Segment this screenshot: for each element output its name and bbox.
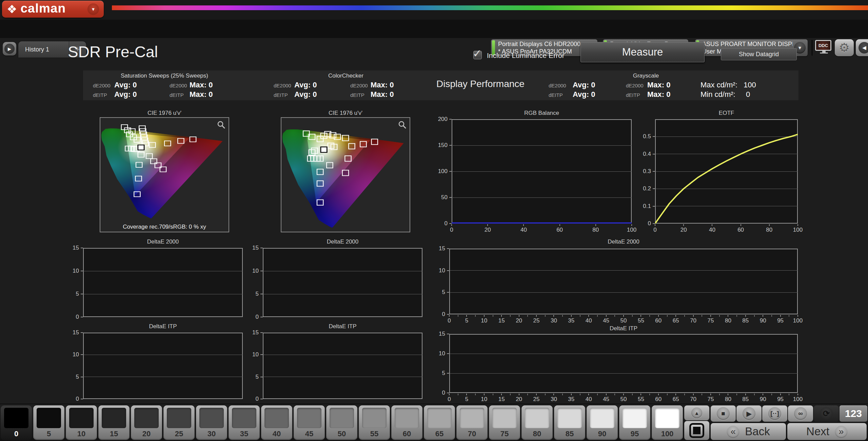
settings-button[interactable]: ⚙ — [835, 39, 854, 56]
chart-title: DeltaE 2000 — [263, 238, 422, 245]
pattern-bar: 0510152025303540455055606570758085909510… — [1, 405, 683, 440]
stop-button[interactable]: ■ — [711, 405, 736, 422]
y-axis-tick-label: 0 — [241, 313, 259, 321]
next-button[interactable]: Next » — [787, 423, 867, 440]
tick-mark — [653, 223, 655, 224]
zoom-icon[interactable] — [398, 121, 407, 131]
pattern-step-55[interactable]: 55 — [359, 405, 390, 440]
calman-menu-button[interactable]: ❖ calman ▼ — [2, 1, 104, 18]
tick-mark — [559, 224, 560, 226]
y-axis-tick-label: 5 — [241, 290, 259, 298]
step-measure-button[interactable]: [··] — [762, 405, 787, 422]
tick-mark — [260, 317, 263, 317]
back-button[interactable]: « Back — [711, 423, 786, 440]
y-axis-tick-label: 10 — [61, 351, 79, 358]
pattern-step-20[interactable]: 20 — [131, 405, 162, 440]
tick-mark — [449, 145, 452, 146]
sync-button[interactable]: ⟳ — [814, 405, 839, 422]
pattern-window-up-button[interactable]: ▲ — [684, 405, 709, 420]
chart-title: RGB Balance — [452, 110, 632, 117]
pattern-step-95[interactable]: 95 — [619, 405, 650, 440]
y-axis-tick-label: 5 — [241, 373, 259, 381]
metric-key: dEITP — [350, 92, 364, 98]
pattern-window-button[interactable] — [684, 421, 709, 440]
tick-mark — [536, 394, 537, 395]
show-datagrid-button[interactable]: Show Datagrid — [721, 48, 797, 60]
pattern-step-85[interactable]: 85 — [554, 405, 585, 440]
x-axis-tick-label: 20 — [675, 227, 692, 233]
y-axis-tick-label: 0 — [61, 313, 79, 321]
tick-mark — [519, 315, 519, 317]
y-axis-tick-label: 10 — [428, 350, 445, 357]
chart-title: DeltaE ITP — [449, 325, 798, 332]
pattern-step-65[interactable]: 65 — [424, 405, 455, 440]
x-axis-tick-label: 5 — [458, 317, 475, 324]
metric-key: dE2000 — [170, 83, 187, 88]
y-axis-tick-label: 15 — [428, 245, 445, 252]
minor-tick-mark — [580, 315, 580, 317]
calman-app-window: ❖ calman ▼ ▶ History 1 + Portrait Displa… — [0, 0, 868, 441]
gridline — [83, 271, 243, 271]
x-axis-tick-label: 20 — [511, 317, 528, 324]
tick-mark — [260, 294, 263, 294]
minor-tick-mark — [771, 394, 772, 395]
minor-tick-mark — [649, 315, 650, 317]
white-point-marker — [321, 147, 327, 152]
x-axis-tick-label: 60 — [732, 227, 749, 233]
session-play-button[interactable]: ▶ — [3, 42, 16, 56]
pattern-step-90[interactable]: 90 — [587, 405, 618, 440]
pattern-step-label: 70 — [456, 429, 488, 438]
y-axis-tick-label: 150 — [430, 142, 448, 149]
x-axis-tick-label: 15 — [493, 396, 510, 403]
continuous-measure-button[interactable]: ∞ — [788, 405, 813, 422]
gridline — [263, 271, 422, 271]
pattern-step-5[interactable]: 5 — [33, 405, 64, 440]
pattern-step-80[interactable]: 80 — [521, 405, 553, 440]
deltae2000-saturation-chart: DeltaE 2000051015 — [61, 238, 243, 318]
ddc-control-button[interactable]: DDC — [815, 40, 833, 56]
pattern-step-10[interactable]: 10 — [66, 405, 97, 440]
x-axis-tick-label: 0 — [441, 396, 458, 403]
pattern-swatch — [69, 408, 94, 428]
pattern-swatch — [4, 408, 28, 428]
tick-mark — [449, 223, 452, 224]
back-label: Back — [745, 425, 770, 438]
x-axis-tick-label: 50 — [615, 396, 632, 403]
include-luminance-error-checkbox[interactable]: ✓ — [473, 51, 482, 59]
play-button[interactable]: ▶ — [736, 405, 762, 422]
collapse-panel-button[interactable]: ◀ — [856, 39, 868, 56]
tick-mark — [693, 315, 694, 317]
pattern-step-35[interactable]: 35 — [229, 405, 260, 440]
minor-tick-mark — [527, 315, 528, 317]
tick-mark — [797, 315, 798, 317]
x-axis-tick-label: 70 — [685, 317, 702, 324]
pattern-step-70[interactable]: 70 — [456, 405, 488, 440]
metric-key: dEITP — [93, 92, 107, 98]
measure-button[interactable]: Measure — [580, 42, 705, 62]
pattern-step-label: 25 — [163, 429, 195, 438]
minor-tick-mark — [649, 394, 650, 395]
pattern-step-15[interactable]: 15 — [98, 405, 130, 440]
y-axis-tick-label: 5 — [428, 289, 445, 296]
chart-title: DeltaE ITP — [263, 323, 422, 330]
pattern-step-30[interactable]: 30 — [196, 405, 227, 440]
minor-tick-mark — [754, 394, 755, 395]
tick-mark — [780, 394, 781, 395]
pattern-step-0[interactable]: 0 — [1, 405, 32, 440]
pattern-step-40[interactable]: 40 — [261, 405, 292, 440]
tick-mark — [797, 224, 798, 226]
metric-value: Avg: 0 — [294, 90, 317, 99]
min-luminance-value: 0 — [746, 90, 750, 99]
pattern-step-25[interactable]: 25 — [163, 405, 195, 440]
cie-horseshoe-diagram — [101, 119, 228, 220]
y-axis-tick-label: 0.5 — [633, 133, 651, 140]
minor-tick-mark — [702, 315, 702, 317]
pattern-step-50[interactable]: 50 — [326, 405, 357, 440]
tick-mark — [449, 119, 452, 120]
x-axis-tick-label: 0 — [443, 227, 460, 233]
pattern-step-60[interactable]: 60 — [391, 405, 422, 440]
pattern-step-100[interactable]: 100 — [652, 405, 683, 440]
pattern-step-45[interactable]: 45 — [294, 405, 325, 440]
pattern-step-75[interactable]: 75 — [489, 405, 520, 440]
zoom-icon[interactable] — [217, 121, 226, 131]
